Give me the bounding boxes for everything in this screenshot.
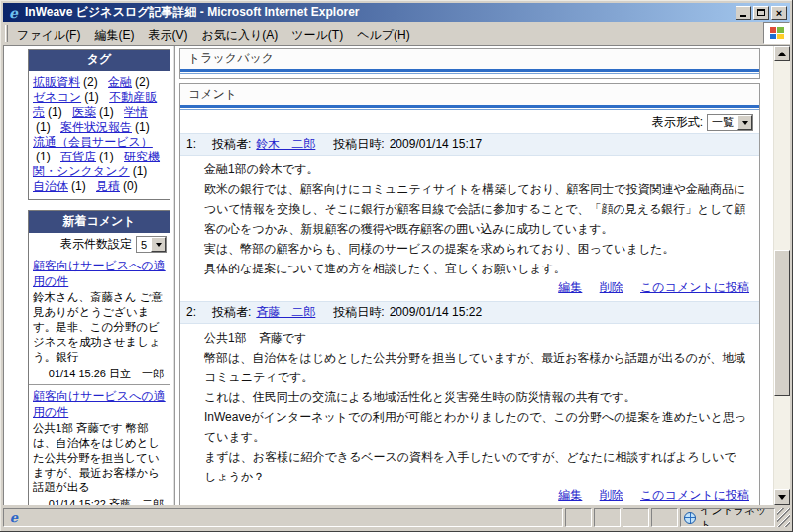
comment-header: 1:投稿者:鈴木 二郎投稿日時:2009/01/14 15:17 [180, 133, 759, 156]
datetime-label: 投稿日時: [333, 137, 384, 151]
tag-link[interactable]: 流通（会員サービス） [33, 135, 153, 149]
poster-name-link[interactable]: 斉藤 二郎 [256, 305, 315, 319]
new-comments-box: 新着コメント 表示件数設定5 顧客向けサービスへの適用の件 鈴木さん、斎藤さん … [28, 210, 170, 505]
comment-body-line: 実は、幣部の顧客からも、同様のサービスの提案を求められており、困っていました。 [204, 239, 747, 259]
post-to-comment-link[interactable]: このコメントに投稿 [640, 488, 749, 502]
display-format-label: 表示形式: [652, 115, 703, 129]
title-bar[interactable]: e InWeave ビジネスログ記事詳細 - Microsoft Interne… [3, 3, 790, 22]
resize-grip[interactable] [777, 508, 790, 527]
menu-grip[interactable] [5, 25, 8, 42]
comment-body-line: 金融1部の鈴木です。 [204, 160, 747, 179]
display-format-select[interactable]: 一覧 [707, 114, 753, 131]
comments-title: コメント [180, 84, 759, 105]
status-pane [623, 508, 649, 527]
tag-link[interactable]: 見積 [96, 179, 120, 193]
tags-header: タグ [29, 50, 170, 71]
tag-count: (1) [48, 105, 62, 119]
new-comment-preview: 公共1部 斉藤です 幣部は、自治体をはじめとした公共分野を担当していますが、最近… [33, 421, 166, 495]
status-bar: e イントラネット [3, 505, 790, 528]
new-comment-item: 顧客向けサービスへの適用の件 鈴木さん、斎藤さん ご意見ありがとうございます。是… [29, 255, 170, 385]
trackback-panel: トラックバック [179, 48, 760, 79]
poster-name-link[interactable]: 鈴木 二郎 [256, 137, 315, 151]
tag-link[interactable]: 拡販資料 [33, 75, 80, 89]
menu-tools[interactable]: ツール(T) [284, 22, 350, 45]
menu-edit[interactable]: 編集(E) [87, 22, 141, 45]
new-comments-header: 新着コメント [29, 211, 170, 233]
edit-link[interactable]: 編集 [558, 280, 582, 294]
new-comment-item: 顧客向けサービスへの適用の件 公共1部 斉藤です 幣部は、自治体をはじめとした公… [29, 385, 170, 505]
scroll-up-button[interactable] [774, 46, 790, 61]
tag-count: (2) [83, 75, 98, 89]
chevron-down-icon [742, 121, 748, 128]
delete-link[interactable]: 削除 [600, 280, 623, 294]
comment-body-line: 欧米の銀行では、顧客向けにコミュニティサイトを構築しており、顧客同士で投資関連や… [204, 179, 747, 239]
main-content: トラックバック コメント 表示形式:一覧 1:投稿者:鈴木 二郎投稿日時:200… [175, 46, 790, 505]
tag-link[interactable]: 医薬 [72, 105, 96, 119]
ie-logo-icon: e [6, 6, 21, 20]
maximize-icon [757, 9, 765, 16]
display-count-row: 表示件数設定5 [29, 233, 170, 255]
tag-count: (1) [133, 164, 148, 178]
close-button[interactable]: × [771, 6, 787, 20]
vertical-scrollbar[interactable] [773, 46, 790, 505]
menu-bar: ファイル(F) 編集(E) 表示(V) お気に入り(A) ツール(T) ヘルプ(… [3, 22, 790, 45]
security-zone-pane: イントラネット [680, 508, 775, 527]
maximize-button[interactable] [753, 6, 769, 20]
status-main-pane: e [3, 508, 563, 527]
comment-body-line: まずは、お客様に紹介できるベースの資料を入手したいのですが、どなたに相談すればよ… [204, 447, 747, 486]
new-comment-datetime: 01/14 15:22 斉藤 二郎 [33, 495, 166, 505]
menu-file[interactable]: ファイル(F) [10, 22, 87, 45]
status-pane [594, 508, 621, 527]
menu-help[interactable]: ヘルプ(H) [350, 22, 417, 45]
tag-link[interactable]: 金融 [108, 75, 132, 89]
menu-view[interactable]: 表示(V) [141, 22, 194, 45]
new-comment-title-link[interactable]: 顧客向けサービスへの適用の件 [33, 258, 166, 289]
tag-link[interactable]: 学情 [124, 105, 148, 119]
minimize-button[interactable] [736, 6, 751, 20]
comment-index: 2: [186, 305, 212, 319]
new-comment-title-link[interactable]: 顧客向けサービスへの適用の件 [33, 388, 166, 420]
dropdown-button[interactable] [737, 115, 752, 130]
tag-count: (1) [84, 90, 99, 104]
page-content: タグ 拡販資料(2) 金融(2) ゼネコン(1) 不動産販売(1) 医薬(1) … [3, 45, 790, 505]
close-icon: × [776, 8, 782, 18]
tag-count: (2) [135, 75, 150, 89]
tag-count: (1) [71, 179, 86, 193]
window-title: InWeave ビジネスログ記事詳細 - Microsoft Internet … [25, 4, 734, 21]
post-to-comment-link[interactable]: このコメントに投稿 [640, 280, 749, 294]
display-count-select[interactable]: 5 [136, 236, 167, 253]
zone-label: イントラネット [700, 508, 771, 527]
comment-header: 2:投稿者:斉藤 二郎投稿日時:2009/01/14 15:22 [180, 301, 759, 324]
scrollbar-thumb[interactable] [774, 250, 790, 396]
tag-count: (1) [99, 105, 114, 119]
tag-link[interactable]: 自治体 [33, 179, 68, 193]
intranet-zone-icon [684, 512, 696, 524]
delete-link[interactable]: 削除 [600, 488, 623, 502]
poster-label: 投稿者: [212, 305, 251, 319]
browser-window: e InWeave ビジネスログ記事詳細 - Microsoft Interne… [0, 0, 793, 532]
comment-body: 公共1部 斉藤です 幣部は、自治体をはじめとした公共分野を担当していますが、最近… [180, 324, 759, 486]
comment-body-line: 公共1部 斉藤です [204, 328, 747, 348]
display-format-row: 表示形式:一覧 [180, 111, 759, 133]
tag-link[interactable]: ゼネコン [33, 90, 81, 104]
comment-item: 1:投稿者:鈴木 二郎投稿日時:2009/01/14 15:17 金融1部の鈴木… [180, 133, 759, 301]
dropdown-button[interactable] [151, 237, 166, 252]
edit-link[interactable]: 編集 [558, 488, 582, 502]
tags-box: タグ 拡販資料(2) 金融(2) ゼネコン(1) 不動産販売(1) 医薬(1) … [28, 49, 170, 200]
datetime-value: 2009/01/14 15:22 [390, 305, 482, 319]
tag-link[interactable]: 案件状況報告 [60, 120, 132, 134]
comment-body-line: 幣部は、自治体をはじめとした公共分野を担当していますが、最近お客様から話題が出る… [204, 348, 747, 387]
comment-body-line: これは、住民同士の交流による地域活性化と災害発生時の防災情報の共有です。 [204, 387, 747, 407]
trackback-title: トラックバック [180, 49, 759, 69]
tag-count: (0) [123, 179, 138, 193]
tag-count: (1) [99, 150, 114, 163]
windows-flag-icon [770, 27, 784, 39]
page-icon: e [7, 511, 21, 525]
comment-body-line: InWeaveがインターネットでの利用が可能とわかりましたので、この分野への提案… [204, 407, 747, 447]
tag-link[interactable]: 百貨店 [60, 150, 96, 163]
triangle-down-icon [778, 495, 786, 504]
scroll-down-button[interactable] [774, 489, 790, 505]
poster-label: 投稿者: [212, 137, 251, 151]
tag-count: (1) [36, 120, 51, 134]
menu-favorites[interactable]: お気に入り(A) [194, 22, 284, 45]
